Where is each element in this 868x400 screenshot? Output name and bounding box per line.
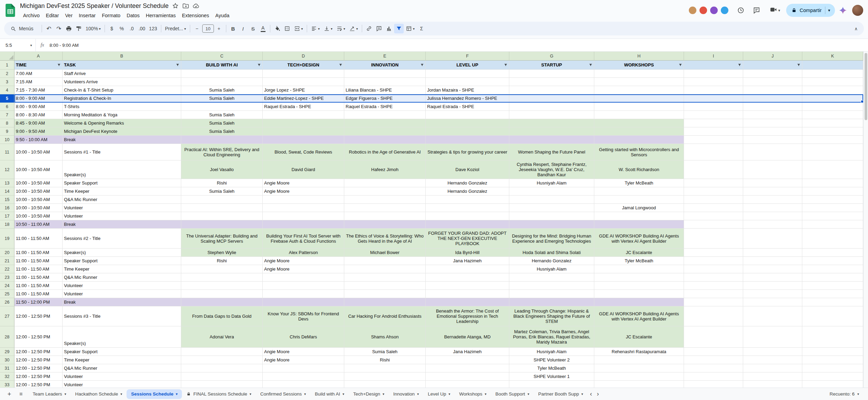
filter-button[interactable] [679, 63, 682, 67]
bold-icon[interactable]: B [228, 24, 238, 33]
cell[interactable] [344, 265, 426, 273]
cell[interactable]: Raquel Estrada - SHPE [263, 103, 344, 111]
cell[interactable] [263, 273, 344, 282]
share-button[interactable]: Compartir ▾ [786, 4, 835, 17]
sheet-tab[interactable]: Sessions Schedule▾ [127, 389, 182, 399]
cell[interactable] [802, 78, 863, 86]
cell[interactable] [344, 136, 426, 144]
cell[interactable]: Liliana Blancas - SHPE [344, 86, 426, 94]
cell[interactable]: Sumia Saleh [181, 111, 263, 119]
cell[interactable]: Break [63, 136, 181, 144]
row-number[interactable]: 26 [0, 298, 14, 306]
cell[interactable] [594, 94, 684, 103]
row-number[interactable]: 19 [0, 229, 14, 249]
cell[interactable] [802, 257, 863, 265]
font-size-input[interactable]: 10 [202, 24, 214, 33]
cell[interactable] [509, 187, 594, 196]
cell[interactable] [509, 196, 594, 204]
cell[interactable] [594, 298, 684, 306]
cell[interactable] [509, 290, 594, 298]
column-header[interactable]: I [684, 52, 743, 61]
sheet-tab[interactable]: Booth Support▾ [491, 389, 534, 399]
cell[interactable] [344, 273, 426, 282]
cell[interactable] [802, 220, 863, 229]
cell[interactable] [344, 204, 426, 212]
cell[interactable] [509, 119, 594, 127]
cell[interactable]: Edgar Figueroa - SHPE [344, 94, 426, 103]
cell[interactable] [743, 119, 802, 127]
cell[interactable] [684, 249, 743, 257]
column-header[interactable]: F [426, 52, 509, 61]
cell[interactable]: Angie Moore [263, 187, 344, 196]
cell[interactable] [802, 136, 863, 144]
sheet-tab[interactable]: Team Leaders▾ [28, 389, 71, 399]
font-size-increase-icon[interactable]: + [214, 24, 224, 33]
cell[interactable] [263, 290, 344, 298]
row-number[interactable]: 31 [0, 364, 14, 372]
row-number[interactable]: 2 [0, 70, 14, 78]
cell[interactable] [684, 298, 743, 306]
cell[interactable]: Robotics in the Age of Generative AI [344, 144, 426, 160]
cell[interactable] [743, 196, 802, 204]
cell[interactable] [181, 196, 263, 204]
cell[interactable] [684, 86, 743, 94]
cell[interactable] [426, 136, 509, 144]
cell[interactable]: Michigan DevFest Keynote [63, 127, 181, 136]
cell[interactable]: 9:50 - 10:00 AM [14, 136, 63, 144]
cell[interactable] [684, 265, 743, 273]
cell[interactable] [684, 220, 743, 229]
cell[interactable]: 12:00 - 12:50 PM [14, 326, 63, 348]
cell[interactable]: Jana Hazimeh [426, 257, 509, 265]
cell[interactable] [743, 160, 802, 179]
row-number[interactable]: 27 [0, 306, 14, 326]
merge-cells-icon[interactable]: ▾ [292, 24, 305, 33]
cell[interactable] [344, 372, 426, 381]
cell[interactable]: Husniyah Alam [509, 265, 594, 273]
sheet-tab[interactable]: FINAL Sessions Schedule▾ [182, 389, 256, 399]
cell[interactable] [344, 282, 426, 290]
cell[interactable]: Bernadette Atanga, MD [426, 326, 509, 348]
cell[interactable]: Car Hacking For Android Enthusiasts [344, 306, 426, 326]
row-number[interactable]: 9 [0, 127, 14, 136]
collapse-toolbar-icon[interactable]: ∧ [851, 26, 860, 31]
cell[interactable] [426, 78, 509, 86]
cell[interactable]: Strategies & tips for growing your caree… [426, 144, 509, 160]
row-number[interactable]: 18 [0, 220, 14, 229]
row-number[interactable]: 14 [0, 187, 14, 196]
cell[interactable]: Sumia Saleh [181, 187, 263, 196]
cell[interactable] [684, 273, 743, 282]
menu-formato[interactable]: Formato [99, 12, 123, 19]
cell[interactable]: 12:00 - 12:50 PM [14, 372, 63, 381]
cell[interactable] [181, 78, 263, 86]
undo-icon[interactable]: ↶ [44, 24, 54, 33]
cell[interactable] [594, 220, 684, 229]
cell[interactable] [684, 364, 743, 372]
format-currency-icon[interactable]: $ [107, 24, 117, 33]
star-icon[interactable] [172, 2, 179, 9]
cell[interactable]: David Giard [263, 160, 344, 179]
cell[interactable] [263, 204, 344, 212]
cell[interactable] [802, 196, 863, 204]
cell[interactable] [684, 257, 743, 265]
cell[interactable]: 11:00 - 11:50 AM [14, 265, 63, 273]
cell[interactable]: TIME [14, 61, 63, 70]
name-box[interactable]: 5:5 ▾ [0, 39, 36, 51]
filter-button[interactable] [738, 63, 741, 67]
cell[interactable] [594, 381, 684, 388]
cell[interactable]: STARTUP [509, 61, 594, 70]
cell[interactable] [181, 136, 263, 144]
cell[interactable]: 10:00 - 10:50 AM [14, 144, 63, 160]
cell[interactable] [802, 381, 863, 388]
cell[interactable]: Welcome & Opening Remarks [63, 119, 181, 127]
cell[interactable]: Speaker(s) [63, 249, 181, 257]
cell[interactable]: Volunteer [63, 204, 181, 212]
cell[interactable] [684, 187, 743, 196]
row-number[interactable]: 8 [0, 119, 14, 127]
cell[interactable] [344, 78, 426, 86]
cell[interactable]: 8:00 - 9:00 AM [14, 103, 63, 111]
cell[interactable] [594, 282, 684, 290]
cell[interactable]: Jordan Mazaira - SHPE [426, 86, 509, 94]
cell[interactable] [426, 220, 509, 229]
column-header[interactable]: E [344, 52, 426, 61]
cell[interactable] [344, 290, 426, 298]
